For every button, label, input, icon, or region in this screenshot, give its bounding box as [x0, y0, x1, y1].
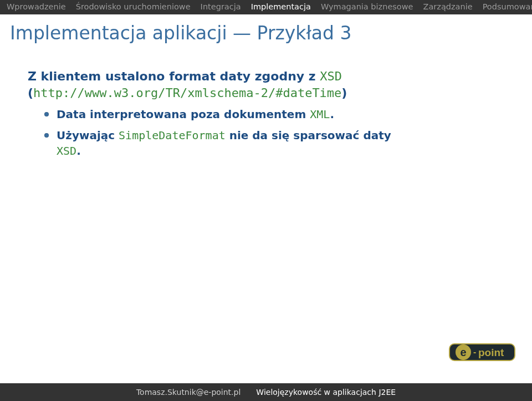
bullet-list: Data interpretowana poza dokumentem XML.… — [28, 106, 510, 159]
slide: Wprowadzenie Środowisko uruchomieniowe I… — [0, 0, 532, 401]
bullet-text-post: . — [330, 108, 334, 121]
footer-author: Tomasz.Skutnik@e-point.pl — [136, 388, 241, 397]
nav-item-wymagania[interactable]: Wymagania biznesowe — [321, 2, 413, 11]
nav-item-zarzadzanie[interactable]: Zarządzanie — [423, 2, 473, 11]
rparen: ) — [341, 86, 347, 100]
logo-prefix: e — [460, 346, 466, 358]
bullet-code: XML — [310, 108, 330, 121]
bullet-code: SimpleDateFormat — [119, 129, 226, 142]
lparen: ( — [28, 86, 33, 100]
list-item: Używając SimpleDateFormat nie da się spa… — [44, 128, 510, 159]
logo-word: point — [478, 347, 504, 358]
footer: Tomasz.Skutnik@e-point.pl Wielojęzykowoś… — [0, 383, 532, 401]
nav-item-integracja[interactable]: Integracja — [201, 2, 241, 11]
lead-paragraph: Z klientem ustalono format daty zgodny z… — [28, 68, 510, 101]
bullet-code-2: XSD — [57, 144, 76, 158]
bullet-text: Data interpretowana poza dokumentem — [57, 108, 310, 121]
lead-xsd: XSD — [320, 69, 342, 83]
nav-item-wprowadzenie[interactable]: Wprowadzenie — [7, 2, 66, 11]
epoint-logo: e - point — [449, 340, 515, 364]
bullet-text-post2: . — [76, 144, 81, 158]
slide-title: Implementacja aplikacji — Przykład 3 — [0, 14, 532, 57]
section-nav: Wprowadzenie Środowisko uruchomieniowe I… — [0, 0, 532, 14]
nav-item-implementacja[interactable]: Implementacja — [251, 2, 311, 11]
nav-item-srodowisko[interactable]: Środowisko uruchomieniowe — [76, 2, 191, 11]
bullet-text: Używając — [57, 129, 119, 142]
logo-dash: - — [473, 347, 476, 357]
nav-item-podsumowanie[interactable]: Podsumowanie — [483, 2, 532, 11]
slide-body: Z klientem ustalono format daty zgodny z… — [0, 57, 532, 159]
xsd-url: http://www.w3.org/TR/xmlschema-2/#dateTi… — [33, 86, 341, 100]
lead-text: Z klientem ustalono format daty zgodny z — [28, 69, 320, 83]
bullet-text-mid: nie da się sparsować daty — [226, 129, 391, 142]
footer-title: Wielojęzykowość w aplikacjach J2EE — [256, 388, 396, 397]
list-item: Data interpretowana poza dokumentem XML. — [44, 106, 510, 122]
